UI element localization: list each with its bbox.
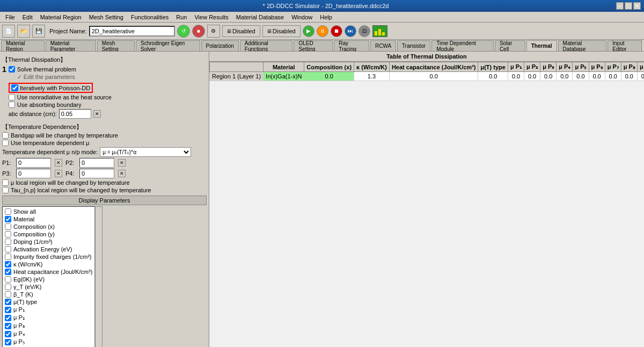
solve-thermal-row: Solve thermal problem <box>9 66 207 73</box>
display-item-checkbox-0[interactable] <box>5 208 11 215</box>
menu-help[interactable]: Help <box>317 13 335 21</box>
step-button[interactable]: ⏭ <box>345 25 356 37</box>
menu-edit[interactable]: Edit <box>19 13 36 21</box>
display-item-checkbox-15[interactable] <box>5 323 11 329</box>
cell-0-2[interactable]: 0.0 <box>304 72 354 81</box>
display-item-checkbox-9[interactable] <box>5 276 11 283</box>
display-item-checkbox-12[interactable] <box>5 299 11 305</box>
play-button[interactable]: ▶ <box>303 25 314 37</box>
cell-0-3[interactable]: 1.3 <box>354 72 390 81</box>
display-item-checkbox-10[interactable] <box>5 284 11 290</box>
display-item-checkbox-7[interactable] <box>5 261 11 268</box>
title-bar: * 2D-DDCC Simulator - 2D_heatiterative.d… <box>0 0 644 12</box>
tab-material-database[interactable]: Material Database <box>558 40 607 51</box>
abc-dist-clear[interactable]: ✕ <box>93 110 101 118</box>
save-button[interactable]: 💾 <box>32 25 45 38</box>
tab-oled[interactable]: OLED Setting <box>294 40 333 51</box>
tab-schrodinger[interactable]: Schrodinger Eigen Solver <box>136 40 200 51</box>
p4-input[interactable] <box>79 169 114 178</box>
display-item-checkbox-14[interactable] <box>5 315 11 321</box>
display-item-checkbox-11[interactable] <box>5 291 11 298</box>
tab-polarization[interactable]: Polarization <box>201 40 239 51</box>
tab-mesh-setting[interactable]: Mesh Setting <box>97 40 135 51</box>
display-item-checkbox-8[interactable] <box>5 269 11 275</box>
menu-functionalities[interactable]: Functionalities <box>128 13 172 21</box>
open-button[interactable]: 📂 <box>17 25 30 38</box>
cell-0-1[interactable]: In(x)Ga(1-x)N <box>264 72 304 81</box>
p1-input[interactable] <box>16 158 51 168</box>
menu-run[interactable]: Run <box>173 13 190 21</box>
display-item-label-11: β_T (K) <box>13 291 33 298</box>
close-button[interactable]: ✕ <box>633 2 641 10</box>
iteratively-checkbox[interactable] <box>11 84 18 91</box>
stop-run-button[interactable]: ⏹ <box>331 25 342 37</box>
tab-solar-cell[interactable]: Solar Cell <box>495 40 525 51</box>
tab-material-region[interactable]: Material Region <box>1 40 45 51</box>
stop-button[interactable]: ■ <box>192 25 205 38</box>
disabled-btn-1[interactable]: ≡ Disabled <box>222 25 260 37</box>
menu-mesh-setting[interactable]: Mesh Setting <box>86 13 127 21</box>
pause-button[interactable]: ⏸ <box>317 25 328 37</box>
solve-thermal-checkbox[interactable] <box>9 66 15 73</box>
tau-local-checkbox[interactable] <box>2 187 9 193</box>
new-button[interactable]: 📄 <box>2 25 15 38</box>
mu-mode-label: Temperature dependent μ n/p mode: <box>2 149 98 155</box>
refresh-button[interactable]: ↺ <box>177 25 190 38</box>
menu-material-database[interactable]: Material Database <box>233 13 287 21</box>
mu-local-checkbox[interactable] <box>2 179 9 186</box>
disabled-btn-2[interactable]: ≡ Disabled <box>262 25 301 37</box>
menu-material-region[interactable]: Material Region <box>37 13 85 21</box>
display-item-checkbox-13[interactable] <box>5 307 11 313</box>
p3-label: P3: <box>2 170 15 177</box>
display-item-checkbox-2[interactable] <box>5 223 11 230</box>
p2-input[interactable] <box>79 158 114 168</box>
tab-time-dependent[interactable]: Time Dependent Module <box>431 40 494 51</box>
reset-button[interactable]: ⊡ <box>358 25 370 37</box>
minimize-button[interactable]: ─ <box>616 2 624 10</box>
nonradiative-checkbox[interactable] <box>9 94 15 100</box>
bandgap-checkbox[interactable] <box>2 132 9 139</box>
chart-button[interactable] <box>372 25 387 37</box>
cell-0-4[interactable]: 0.0 <box>389 72 478 81</box>
display-item-checkbox-1[interactable] <box>5 216 11 222</box>
tab-additional[interactable]: Additional Functions <box>240 40 293 51</box>
thermal-dissipation-header: 【Thermal Dissipation】 <box>2 56 207 64</box>
cell-0-0[interactable]: Region 1 (Layer 1) <box>210 72 264 81</box>
p1-clear[interactable]: ✕ <box>55 159 62 167</box>
settings-button[interactable]: ⚙ <box>207 25 220 38</box>
p3-input[interactable] <box>16 169 51 178</box>
tab-thermal[interactable]: Thermal <box>526 40 557 51</box>
tab-material-parameter[interactable]: Material Parameter <box>46 40 96 51</box>
tab-rcwa[interactable]: RCWA <box>370 40 396 51</box>
display-item-10: γ_T (eV/K) <box>4 283 93 291</box>
display-list-container: Show allMaterialComposition (x)Compositi… <box>2 206 207 347</box>
bandgap-row: Bandgap will be changed by temperature <box>2 132 207 139</box>
project-name-input[interactable] <box>89 26 175 37</box>
toolbar: 📄 📂 💾 Project Name: ↺ ■ ⚙ ≡ Disabled ≡ D… <box>0 23 644 40</box>
display-item-checkbox-16[interactable] <box>5 331 11 337</box>
menu-view-results[interactable]: View Results <box>191 13 231 21</box>
mu-mode-select[interactable]: μ = μ₀(T/T₀)^α <box>100 147 191 157</box>
display-item-12: μ(T) type <box>4 298 93 306</box>
display-item-label-12: μ(T) type <box>13 299 37 305</box>
display-item-checkbox-6[interactable] <box>5 254 11 260</box>
tab-ray-tracing[interactable]: Ray Tracing <box>334 40 369 51</box>
p2-clear[interactable]: ✕ <box>118 159 126 167</box>
col-mu-p3: μ P₃ <box>540 62 557 72</box>
display-scrollbar[interactable] <box>95 206 103 347</box>
p3-clear[interactable]: ✕ <box>55 170 62 177</box>
menu-file[interactable]: File <box>2 13 18 21</box>
temp-dep-mu-checkbox[interactable] <box>2 140 9 146</box>
maximize-button[interactable]: □ <box>625 2 632 10</box>
display-item-checkbox-17[interactable] <box>5 339 11 345</box>
absorbing-boundary-checkbox[interactable] <box>9 102 15 108</box>
display-item-checkbox-4[interactable] <box>5 238 11 245</box>
menu-window[interactable]: Window <box>288 13 316 21</box>
tab-input-editor[interactable]: Input Editor <box>608 40 642 51</box>
display-item-checkbox-3[interactable] <box>5 231 11 237</box>
display-item-checkbox-5[interactable] <box>5 246 11 252</box>
p4-clear[interactable]: ✕ <box>118 170 126 177</box>
main-content: 【Thermal Dissipation】 1 Solve thermal pr… <box>0 52 644 347</box>
tab-transistor[interactable]: Transistor <box>397 40 430 51</box>
abc-dist-input[interactable] <box>59 109 91 119</box>
